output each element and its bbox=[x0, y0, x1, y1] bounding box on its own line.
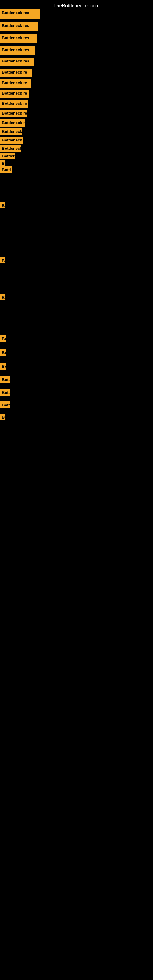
bottleneck-item[interactable]: B bbox=[0, 202, 5, 208]
bottleneck-item[interactable]: Bott bbox=[0, 401, 10, 408]
bottleneck-item[interactable]: Bottleneck res bbox=[0, 46, 35, 55]
bottleneck-item[interactable]: Bottleneck re bbox=[0, 90, 29, 98]
bottleneck-item[interactable]: B bbox=[0, 160, 5, 166]
bottleneck-item[interactable]: B bbox=[0, 257, 5, 263]
bottleneck-item[interactable]: Bottl bbox=[0, 166, 12, 173]
bottleneck-item[interactable]: Bottleneck bbox=[0, 128, 22, 135]
bottleneck-item[interactable]: Bo bbox=[0, 335, 6, 342]
bottleneck-item[interactable]: Bottleneck re bbox=[0, 68, 32, 77]
bottleneck-item[interactable]: Bottleneck bbox=[0, 145, 21, 152]
bottleneck-item[interactable]: Bo bbox=[0, 349, 6, 356]
bottleneck-item[interactable]: Bottler bbox=[0, 153, 15, 159]
bottleneck-item[interactable]: Bottleneck res bbox=[0, 22, 38, 31]
bottleneck-item[interactable]: Bottleneck re bbox=[0, 79, 30, 88]
bottleneck-item[interactable]: Bottleneck re bbox=[0, 110, 27, 117]
bottleneck-item[interactable]: Bott bbox=[0, 376, 10, 383]
bottleneck-item[interactable]: Bott bbox=[0, 389, 10, 396]
bottleneck-item[interactable]: Bottleneck res bbox=[0, 57, 34, 66]
bottleneck-item[interactable]: Bottleneck res bbox=[0, 34, 37, 43]
bottleneck-item[interactable]: Bottleneck re bbox=[0, 100, 28, 108]
bottleneck-item[interactable]: Bottleneck c bbox=[0, 137, 23, 144]
bottleneck-item[interactable]: Bottleneck r bbox=[0, 119, 25, 127]
bottleneck-item[interactable]: B bbox=[0, 294, 5, 300]
bottleneck-item[interactable]: Bo bbox=[0, 363, 6, 370]
bottleneck-item[interactable]: Bottleneck res bbox=[0, 9, 40, 19]
bottleneck-item[interactable]: B bbox=[0, 414, 5, 420]
